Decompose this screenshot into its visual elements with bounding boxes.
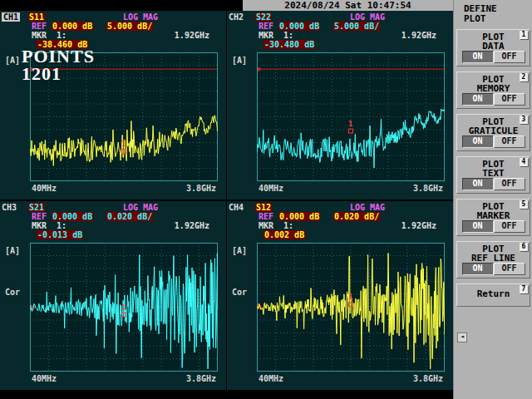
ref-label: REF [32, 212, 47, 221]
graticule: 1 [257, 52, 445, 181]
graticule: 1 [30, 243, 218, 372]
softkey-plot-ref-line[interactable]: 6 PLOTREF LINE ON OFF [456, 241, 530, 278]
start-frequency: 40MHz [259, 374, 283, 383]
softkey-number: 2 [520, 73, 528, 81]
on-off-toggle: ON OFF [457, 220, 530, 233]
trace-memory-label: [A] [232, 246, 247, 255]
channel-id: CH3 [2, 203, 17, 212]
scale-value: 5.000 dB/ [333, 22, 380, 31]
softkey-number: 6 [520, 243, 528, 251]
on-off-toggle: ON OFF [457, 51, 530, 63]
start-frequency: 40MHz [259, 184, 283, 193]
plot-ref-line-off-button[interactable]: OFF [494, 263, 525, 275]
softkey-number: 5 [520, 200, 528, 209]
format-label: LOG MAG [350, 203, 385, 212]
channel1-quadrant: CH1 S11 LOG MAG REF 0.000 dB 5.000 dB/ M… [0, 11, 226, 200]
scale-value: 0.020 dB/ [106, 212, 153, 221]
marker-frequency: 1.92GHz [401, 31, 436, 40]
ref-value: 0.000 dB [52, 212, 93, 221]
start-frequency: 40MHz [32, 374, 57, 383]
marker-readout-label: MKR 1: [32, 31, 66, 40]
softkey-label: PLOTMEMORY [457, 72, 530, 93]
softkey-number: 7 [520, 285, 528, 293]
format-label: LOG MAG [350, 12, 385, 22]
plot-ref-line-on-button[interactable]: ON [462, 263, 494, 275]
softkey-menu: DEFINE PLOT 1 PLOTDATA ON OFF 2 PLOTMEMO… [453, 0, 532, 399]
on-off-toggle: ON OFF [457, 93, 530, 106]
marker-number: 1 [121, 303, 126, 312]
marker-frequency: 1.92GHz [175, 221, 209, 230]
ref-value: 0.000 dB [52, 22, 93, 31]
channel3-quadrant: CH3 S21 LOG MAG REF 0.000 dB 0.020 dB/ M… [0, 201, 226, 390]
softkey-label: PLOTMARKER [457, 200, 530, 220]
plot-memory-off-button[interactable]: OFF [494, 93, 525, 106]
channel-id: CH1 [2, 12, 20, 22]
channel-id: CH2 [229, 12, 244, 22]
s-parameter-label: S11 [28, 12, 45, 22]
plot-marker-on-button[interactable]: ON [462, 220, 494, 233]
analyzer-screen: 2024/08/24 Sat 10:47:54 CH1 S11 LOG MAG … [0, 0, 532, 399]
s-parameter-label: S12 [255, 203, 272, 212]
correction-label: Cor [232, 288, 247, 297]
on-off-toggle: ON OFF [457, 135, 530, 148]
plot-graticule-off-button[interactable]: OFF [494, 135, 525, 148]
channel-id: CH4 [229, 203, 244, 212]
softkey-number: 3 [520, 116, 528, 124]
softkey-number: 1 [520, 31, 528, 39]
softkey-return[interactable]: 7 Return [456, 283, 530, 307]
ref-value: 0.000 dB [278, 212, 320, 221]
plot-data-on-button[interactable]: ON [462, 51, 494, 63]
marker-number: 1 [348, 120, 352, 128]
on-off-toggle: ON OFF [457, 263, 530, 275]
stop-frequency: 3.8GHz [413, 184, 443, 193]
marker-number: 1 [348, 293, 352, 301]
plot-text-off-button[interactable]: OFF [494, 178, 525, 190]
plot-graticule-on-button[interactable]: ON [462, 135, 494, 148]
plot-text-on-button[interactable]: ON [462, 178, 494, 190]
softkey-label: PLOTGRATICULE [457, 115, 530, 135]
softkey-plot-memory[interactable]: 2 PLOTMEMORY ON OFF [456, 71, 530, 109]
channel2-quadrant: CH2 S22 LOG MAG REF 0.000 dB 5.000 dB/ M… [227, 11, 453, 200]
marker-readout-label: MKR 1: [32, 221, 66, 230]
marker-frequency: 1.92GHz [175, 31, 209, 40]
softkey-plot-graticule[interactable]: 3 PLOTGRATICULE ON OFF [456, 114, 530, 151]
stop-frequency: 3.8GHz [413, 374, 443, 383]
graticule: 1 [257, 243, 445, 372]
softkey-label: PLOTDATA [457, 30, 530, 51]
format-label: LOG MAG [123, 12, 158, 22]
plot-memory-on-button[interactable]: ON [462, 93, 494, 106]
trace-memory-label: [A] [232, 56, 247, 65]
marker-readout-label: MKR 1: [259, 31, 293, 40]
scale-value: 5.000 dB/ [106, 22, 153, 31]
marker-value: 0.002 dB [264, 230, 305, 239]
channel4-quadrant: CH4 S12 LOG MAG REF 0.000 dB 0.020 dB/ M… [227, 201, 453, 390]
trace-memory-label: [A] [5, 56, 20, 65]
on-off-toggle: ON OFF [457, 178, 530, 190]
s-parameter-label: S21 [28, 203, 45, 212]
ref-label: REF [259, 22, 273, 31]
knob-cursor-icon: ◄ [457, 332, 467, 342]
ref-label: REF [32, 22, 47, 31]
menu-title: DEFINE PLOT [454, 0, 532, 27]
trace [257, 254, 445, 369]
softkey-label: PLOTREF LINE [457, 242, 530, 263]
format-label: LOG MAG [123, 203, 158, 212]
plot-canvas: 1 [257, 243, 445, 372]
points-annotation-line1: POINTS [22, 47, 95, 65]
marker-value: -0.013 dB [37, 230, 83, 239]
marker-readout-label: MKR 1: [259, 221, 293, 230]
ref-marker-icon [258, 66, 262, 71]
ref-label: REF [259, 212, 273, 221]
softkey-plot-data[interactable]: 1 PLOTDATA ON OFF [456, 29, 530, 66]
softkey-plot-text[interactable]: 4 PLOTTEXT ON OFF [456, 156, 530, 194]
plot-data-off-button[interactable]: OFF [494, 51, 525, 63]
softkey-plot-marker[interactable]: 5 PLOTMARKER ON OFF [456, 199, 530, 236]
plot-marker-off-button[interactable]: OFF [494, 220, 525, 233]
correction-label: Cor [5, 288, 20, 297]
softkey-label: Return [457, 284, 530, 298]
plot-canvas: 1 [257, 52, 445, 181]
softkey-label: PLOTTEXT [457, 157, 530, 178]
marker-value: -30.480 dB [264, 40, 315, 49]
marker-frequency: 1.92GHz [401, 221, 436, 230]
softkey-number: 4 [520, 158, 528, 166]
